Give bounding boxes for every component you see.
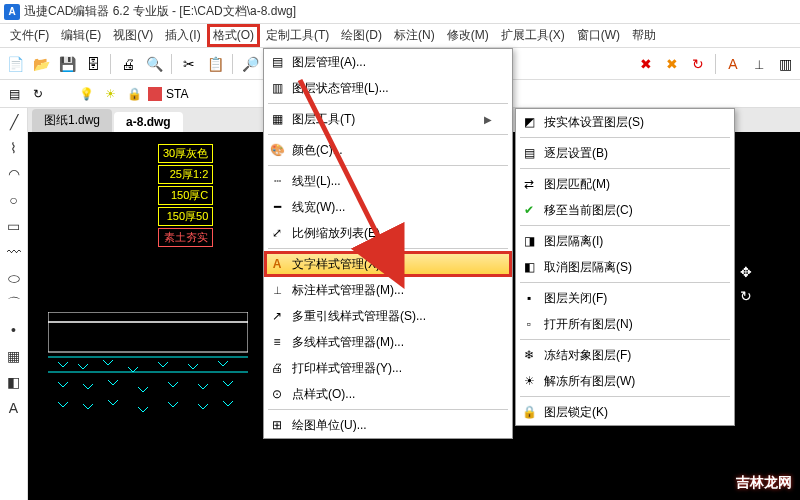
print-icon[interactable]: 🖨 — [117, 53, 139, 75]
menu-dim-style[interactable]: ⟂标注样式管理器(M)... — [264, 277, 512, 303]
spline-tool-icon[interactable]: 〰 — [4, 242, 24, 262]
move-icon[interactable]: ✥ — [736, 262, 756, 282]
menu-point-style[interactable]: ⊙点样式(O)... — [264, 381, 512, 407]
submenu-lock[interactable]: 🔒图层锁定(K) — [516, 399, 734, 425]
dimstyle-icon[interactable]: ⟂ — [748, 53, 770, 75]
match-icon: ⇄ — [520, 175, 538, 193]
label: 线型(L)... — [292, 173, 341, 190]
check-icon: ✔ — [520, 201, 538, 219]
chevron-right-icon: ▶ — [484, 114, 492, 125]
menu-ext[interactable]: 扩展工具(X) — [495, 25, 571, 46]
saveall-icon[interactable]: 🗄 — [82, 53, 104, 75]
label: 标注样式管理器(M)... — [292, 282, 404, 299]
menu-help[interactable]: 帮助 — [626, 25, 662, 46]
menu-text-style[interactable]: A文字样式管理(X)... — [264, 251, 512, 277]
label: 绘图单位(U)... — [292, 417, 367, 434]
ellipsearc-tool-icon[interactable]: ⌒ — [4, 294, 24, 314]
text-tool-icon[interactable]: A — [4, 398, 24, 418]
find-icon[interactable]: 🔎 — [239, 53, 261, 75]
menu-custom[interactable]: 定制工具(T) — [260, 25, 335, 46]
submenu-all-on[interactable]: ▫打开所有图层(N) — [516, 311, 734, 337]
unisolate-icon: ◧ — [520, 258, 538, 276]
save-icon[interactable]: 💾 — [56, 53, 78, 75]
menu-lineweight[interactable]: ━线宽(W)... — [264, 194, 512, 220]
submenu-freeze[interactable]: ❄冻结对象图层(F) — [516, 342, 734, 368]
menu-mline[interactable]: ≡多线样式管理器(M)... — [264, 329, 512, 355]
submenu-unisolate[interactable]: ◧取消图层隔离(S) — [516, 254, 734, 280]
layer-prop-icon[interactable]: ▤ — [4, 84, 24, 104]
layers-icon[interactable]: ▥ — [774, 53, 796, 75]
rotate-icon[interactable]: ↻ — [736, 286, 756, 306]
dim-label: 150厚C — [158, 186, 213, 205]
menu-modify[interactable]: 修改(M) — [441, 25, 495, 46]
copy-icon[interactable]: 📋 — [204, 53, 226, 75]
menu-color[interactable]: 🎨颜色(C)... — [264, 137, 512, 163]
layerstate-icon: ▥ — [268, 79, 286, 97]
hatch-pattern — [48, 312, 248, 432]
svg-rect-1 — [48, 322, 248, 352]
menu-mleader[interactable]: ↗多重引线样式管理器(S)... — [264, 303, 512, 329]
label: 图层隔离(I) — [544, 233, 603, 250]
label: 图层锁定(K) — [544, 404, 608, 421]
right-tool-palette: ✥ ↻ — [736, 262, 764, 306]
label: 图层工具(T) — [292, 111, 355, 128]
submenu-by-layer[interactable]: ▤逐层设置(B) — [516, 140, 734, 166]
menu-linetype[interactable]: ┄线型(L)... — [264, 168, 512, 194]
arc-tool-icon[interactable]: ◠ — [4, 164, 24, 184]
x-red-icon[interactable]: ✖ — [635, 53, 657, 75]
sun-icon[interactable]: ☀ — [100, 84, 120, 104]
circle-tool-icon[interactable]: ○ — [4, 190, 24, 210]
menu-edit[interactable]: 编辑(E) — [55, 25, 107, 46]
watermark: 吉林龙网 — [736, 474, 792, 492]
new-icon[interactable]: 📄 — [4, 53, 26, 75]
refresh-icon[interactable]: ↻ — [687, 53, 709, 75]
menu-layer-manager[interactable]: ▤图层管理(A)... — [264, 49, 512, 75]
menu-annotate[interactable]: 标注(N) — [388, 25, 441, 46]
submenu-thaw[interactable]: ☀解冻所有图层(W) — [516, 368, 734, 394]
menu-plot-style[interactable]: 🖨打印样式管理器(Y)... — [264, 355, 512, 381]
submenu-move-current[interactable]: ✔移至当前图层(C) — [516, 197, 734, 223]
submenu-by-entity[interactable]: ◩按实体设置图层(S) — [516, 109, 734, 135]
menu-layer-tools[interactable]: ▦图层工具(T)▶ — [264, 106, 512, 132]
menu-layer-state[interactable]: ▥图层状态管理(L)... — [264, 75, 512, 101]
tab-doc2[interactable]: a-8.dwg — [114, 112, 183, 132]
textstyle-icon[interactable]: A — [722, 53, 744, 75]
bulb-icon[interactable]: 💡 — [76, 84, 96, 104]
line-tool-icon[interactable]: ╱ — [4, 112, 24, 132]
label: 图层状态管理(L)... — [292, 80, 389, 97]
dim-label: 25厚1:2 — [158, 165, 213, 184]
pointstyle-icon: ⊙ — [268, 385, 286, 403]
preview-icon[interactable]: 🔍 — [143, 53, 165, 75]
tab-doc1[interactable]: 图纸1.dwg — [32, 109, 112, 132]
color-swatch-icon[interactable] — [148, 87, 162, 101]
label: 解冻所有图层(W) — [544, 373, 635, 390]
layertools-icon: ▦ — [268, 110, 286, 128]
point-tool-icon[interactable]: • — [4, 320, 24, 340]
label: 按实体设置图层(S) — [544, 114, 644, 131]
polyline-tool-icon[interactable]: ⌇ — [4, 138, 24, 158]
menu-file[interactable]: 文件(F) — [4, 25, 55, 46]
menu-scale[interactable]: ⤢比例缩放列表(E)... — [264, 220, 512, 246]
menu-insert[interactable]: 插入(I) — [159, 25, 206, 46]
refresh2-icon[interactable]: ↻ — [28, 84, 48, 104]
menu-units[interactable]: ⊞绘图单位(U)... — [264, 412, 512, 438]
ellipse-tool-icon[interactable]: ⬭ — [4, 268, 24, 288]
cut-icon[interactable]: ✂ — [178, 53, 200, 75]
layeroff-icon: ▪ — [520, 289, 538, 307]
hatch-tool-icon[interactable]: ▦ — [4, 346, 24, 366]
layeron-icon: ▫ — [520, 315, 538, 333]
menu-view[interactable]: 视图(V) — [107, 25, 159, 46]
lineweight-icon: ━ — [268, 198, 286, 216]
rect-tool-icon[interactable]: ▭ — [4, 216, 24, 236]
open-icon[interactable]: 📂 — [30, 53, 52, 75]
submenu-match[interactable]: ⇄图层匹配(M) — [516, 171, 734, 197]
menu-window[interactable]: 窗口(W) — [571, 25, 626, 46]
menu-draw[interactable]: 绘图(D) — [335, 25, 388, 46]
submenu-isolate[interactable]: ◨图层隔离(I) — [516, 228, 734, 254]
lock-icon[interactable]: 🔒 — [124, 84, 144, 104]
label: 逐层设置(B) — [544, 145, 608, 162]
menu-format[interactable]: 格式(O) — [207, 24, 260, 47]
x-orange-icon[interactable]: ✖ — [661, 53, 683, 75]
region-tool-icon[interactable]: ◧ — [4, 372, 24, 392]
submenu-off[interactable]: ▪图层关闭(F) — [516, 285, 734, 311]
